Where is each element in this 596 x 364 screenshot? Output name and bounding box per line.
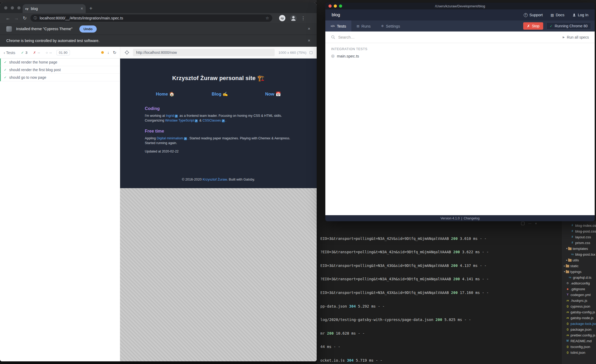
stop-button[interactable]: ✗Stop — [523, 22, 543, 30]
css-file-icon — [571, 241, 574, 244]
site-info-icon[interactable]: ⓘ — [34, 16, 37, 20]
test-result-row[interactable]: ✓ should go to now page — [0, 74, 120, 81]
explorer-folder[interactable]: ▸utils — [562, 257, 596, 263]
ts-file-icon — [568, 276, 572, 279]
tab-favicon: cy — [25, 7, 28, 10]
split-editor-icon[interactable] — [521, 222, 525, 225]
docs-button[interactable]: ▤Docs — [551, 13, 564, 17]
fullscreen-icon[interactable] — [310, 51, 312, 54]
explorer-item[interactable]: gatsby-node.js — [562, 315, 596, 321]
runner-body: ✓ should render the home page ✓ should r… — [0, 59, 317, 361]
back-to-tests-button[interactable]: ‹ Tests — [4, 50, 15, 55]
bookmark-star-icon[interactable]: ☆ — [266, 16, 269, 20]
selector-playground-icon[interactable] — [125, 50, 129, 55]
infobar-close-icon[interactable]: × — [308, 38, 310, 43]
test-result-row[interactable]: ✓ should render the first blog post — [0, 66, 120, 74]
close-panel-icon[interactable]: × — [535, 222, 537, 225]
explorer-item[interactable]: blog-post.css — [562, 228, 596, 234]
search-input[interactable] — [338, 35, 563, 39]
tab-tests[interactable]: </>Tests — [325, 20, 351, 31]
freetime-heading: Free time — [145, 129, 292, 134]
explorer-item[interactable]: layout.css — [562, 234, 596, 240]
json-file-icon — [566, 322, 569, 325]
explorer-item[interactable]: package.json — [562, 326, 596, 332]
aut-header: http://localhost:8000/now 1000 x 660 (75… — [120, 47, 317, 58]
support-button[interactable]: ?Support — [524, 13, 543, 17]
minimize-window-icon[interactable] — [11, 6, 14, 9]
wroclaw-typescript-link[interactable]: Wrocław TypeScript — [165, 119, 194, 122]
test-result-row[interactable]: ✓ should render the home page — [0, 59, 120, 66]
tab-close-icon[interactable]: × — [81, 6, 83, 11]
window-controls[interactable] — [4, 6, 20, 9]
author-link[interactable]: Krzysztof Żuraw — [203, 177, 227, 181]
cypress-extension-icon[interactable]: cy — [279, 15, 285, 21]
chevron-down-icon: ▾ — [563, 270, 566, 273]
explorer-item[interactable]: cypress.json — [562, 303, 596, 309]
nav-home-link[interactable]: Home 🏠 — [156, 92, 174, 97]
terminal-output[interactable]: EIO=3&transport=polling&t=N3A_42V&sid=9D… — [318, 226, 559, 362]
version-label: Version 4.1.0 — [440, 217, 460, 220]
explorer-item[interactable]: blog-index.css — [562, 223, 596, 228]
explorer-item[interactable]: README.md — [562, 338, 596, 344]
explorer-item[interactable]: .gitignore — [562, 286, 596, 292]
test-duration: 01.90 — [56, 50, 70, 55]
spec-icon: ◎ — [331, 54, 335, 58]
tab-settings[interactable]: ⚙Settings — [376, 20, 405, 31]
browser-tab[interactable]: cy blog × — [23, 4, 86, 13]
rerun-tests-icon[interactable]: ↻ — [113, 50, 116, 55]
run-all-specs-button[interactable]: ▶Run all specs — [563, 35, 589, 39]
changelog-link[interactable]: Changelog — [464, 217, 479, 220]
explorer-item[interactable]: prism.css — [562, 240, 596, 246]
login-button[interactable]: Log In — [572, 13, 588, 17]
close-window-icon[interactable] — [4, 6, 7, 9]
external-link-icon: ↗ — [195, 119, 198, 122]
js-file-icon — [566, 299, 569, 302]
terminal-line: mr 200 10.628 ms - - — [320, 331, 323, 334]
infobar-close-icon[interactable]: × — [308, 26, 310, 31]
digital-minimalism-link[interactable]: Digital minimalism — [157, 136, 183, 140]
search-icon — [331, 35, 335, 39]
explorer-item[interactable]: tslint.json — [562, 350, 596, 355]
undo-button[interactable]: Undo — [79, 25, 97, 33]
gear-icon: ⚙ — [381, 24, 384, 28]
back-icon[interactable]: ← — [4, 15, 12, 21]
css-file-icon — [571, 235, 574, 239]
explorer-item[interactable]: prettier.config.js — [562, 332, 596, 338]
zoom-window-icon[interactable] — [17, 6, 20, 9]
explorer-item-selected[interactable]: package-lock.json — [562, 321, 596, 326]
tab-title: blog — [31, 7, 80, 11]
explorer-item[interactable]: .editorconfig — [562, 280, 596, 286]
explorer-item[interactable]: .huskyrc.js — [562, 298, 596, 303]
auto-scroll-icon[interactable]: ↓ — [107, 50, 109, 55]
explorer-item[interactable]: blog-post.tsx — [562, 251, 596, 257]
explorer-item[interactable]: graphql.d.ts — [562, 275, 596, 280]
tab-runs[interactable]: ▤Runs — [351, 20, 376, 31]
reload-icon[interactable]: ↻ — [20, 15, 29, 21]
nav-blog-link[interactable]: Blog ✍️ — [212, 92, 228, 97]
explorer-folder[interactable]: ▸static — [562, 263, 596, 269]
terminal-line: pp-data.json 304 5.292 ms - - — [320, 304, 323, 307]
json-file-icon — [566, 345, 569, 348]
cypress-footer: Version 4.1.0 | Changelog — [325, 215, 595, 221]
explorer-folder[interactable]: ▾typings — [562, 269, 596, 275]
explorer-item[interactable]: gatsby-config.js — [562, 309, 596, 315]
terminal-line: log/2020/testing-gatsby-with-cypress/pag… — [320, 317, 323, 320]
chrome-window: cy blog × + ← → ↻ ⓘ localhost:8000/__/#/… — [0, 3, 317, 361]
address-url[interactable]: localhost:8000/__/#/tests/integration/ma… — [40, 16, 266, 20]
nav-now-link[interactable]: Now 📅 — [265, 92, 281, 97]
more-actions-icon[interactable]: ⋯ — [528, 222, 531, 225]
aut-url-bar[interactable]: http://localhost:8000/now — [133, 49, 275, 56]
browser-menu-icon[interactable]: ⋮ — [301, 15, 305, 21]
address-bar[interactable]: ⓘ localhost:8000/__/#/tests/integration/… — [30, 14, 272, 22]
new-tab-button[interactable]: + — [89, 6, 93, 11]
ingrid-link[interactable]: Ingrid — [166, 114, 174, 118]
explorer-folder[interactable]: ▾templates — [562, 246, 596, 251]
explorer-item[interactable]: tsconfig.json — [562, 344, 596, 350]
chevron-down-icon: ▾ — [566, 247, 568, 250]
spec-file-item[interactable]: ◎ main.spec.ts — [331, 54, 359, 58]
forward-icon[interactable]: → — [12, 15, 20, 21]
cssclasses-link[interactable]: CSSClasses — [202, 119, 221, 122]
explorer-item[interactable]: codegen.yml — [562, 292, 596, 298]
profile-avatar[interactable] — [290, 15, 297, 22]
folder-icon — [566, 271, 569, 273]
